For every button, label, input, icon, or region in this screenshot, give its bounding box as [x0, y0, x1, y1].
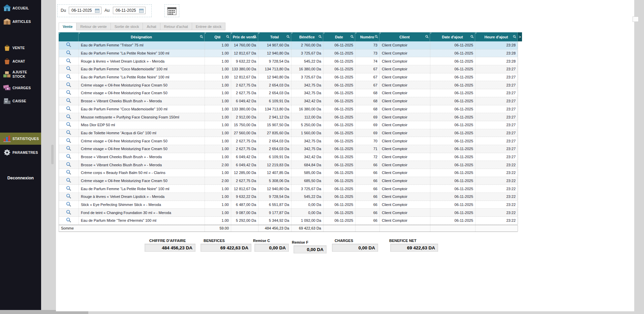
sidebar-item-caisse[interactable]: CAISSE [0, 95, 41, 107]
table-row[interactable]: Crème visage « Oil-free Moisturizing Fac… [59, 145, 518, 153]
row-magnifier-icon[interactable] [66, 178, 71, 184]
table-row[interactable]: Crème visage « Oil-free Moisturizing Fac… [59, 89, 518, 97]
column-header-total[interactable]: Total [258, 32, 291, 41]
table-row[interactable]: Eau de Parfum Femme “Coco Mademoiselle” … [59, 105, 518, 113]
row-magnifier-icon[interactable] [66, 154, 71, 160]
row-magnifier-icon[interactable] [66, 106, 71, 112]
cell-prix: 2 627,75 Da [231, 81, 258, 89]
sidebar-item-ajuste-stock[interactable]: AJUSTE STOCK [0, 68, 41, 80]
table-row[interactable]: Brosse « Vibrant Cheeks Blush Brush » - … [59, 153, 518, 161]
sidebar-item-vente[interactable]: VENTE [0, 42, 41, 54]
sidebar-item-statistiques[interactable]: STATISTIQUES [0, 133, 41, 145]
table-row[interactable]: Mousse nettoyante « Purifying Face Clean… [59, 113, 518, 121]
calendar-icon[interactable] [139, 8, 145, 13]
table-row[interactable]: Miss Dior EDP 50 ml1.0015 750,00 Da15 90… [59, 121, 518, 129]
cell-client: Client Comptoir [380, 217, 430, 224]
table-row[interactable]: Eau de Parfum Femme “La Petite Robe Noir… [59, 49, 518, 58]
column-header-label: Qté [214, 35, 220, 39]
logout-button[interactable]: Deconnexion [0, 176, 41, 180]
column-filter-icon[interactable] [470, 35, 474, 39]
table-row[interactable]: Fond de teint « Changing Foundation 30 m… [59, 209, 518, 217]
column-header-date[interactable]: Date [323, 32, 355, 41]
row-magnifier-icon[interactable] [66, 122, 71, 128]
sidebar-item-articles[interactable]: ARTICLES [0, 15, 41, 28]
column-filter-icon[interactable] [200, 35, 203, 39]
splitter-handle[interactable] [51, 145, 54, 164]
table-row[interactable]: Stick « Eye Perfecting Shimmer Stick » -… [59, 201, 518, 209]
row-magnifier-icon[interactable] [66, 74, 71, 80]
column-filter-icon[interactable] [318, 35, 322, 39]
total-label-remise-f: Remise F [292, 240, 308, 244]
row-magnifier-icon[interactable] [66, 98, 71, 104]
table-row[interactable]: Crème visage « Oil-free Moisturizing Fac… [59, 81, 518, 89]
column-header-qte[interactable]: Qté [205, 32, 231, 41]
table-row[interactable]: Rouge à lèvres « Velvet Dream Lipstick »… [59, 193, 518, 201]
column-header-date_ajout[interactable]: Date d'ajout [430, 32, 475, 41]
scroll-right-button[interactable]: > [518, 32, 522, 41]
column-header-benefice[interactable]: Bénéfice [291, 32, 323, 41]
sidebar-item-charges[interactable]: CHARGES [0, 82, 41, 94]
column-filter-icon[interactable] [253, 35, 257, 39]
table-row[interactable]: Eau de Toilette Homme “Acqua di Gio” 100… [59, 129, 518, 137]
tab-retour-d-achat[interactable]: Retour d'achat [160, 23, 192, 30]
calendar-icon[interactable] [95, 8, 100, 13]
table-row[interactable]: Rouge à lèvres « Velvet Dream Lipstick »… [59, 57, 518, 65]
column-header-designation[interactable]: Désignation [79, 32, 205, 41]
column-header-actions[interactable] [59, 32, 79, 41]
scrollbar-thumb[interactable] [633, 16, 639, 22]
tab-entree-de-stock[interactable]: Entree de stock [192, 23, 225, 30]
row-magnifier-icon[interactable] [66, 138, 71, 144]
column-filter-icon[interactable] [226, 35, 229, 39]
table-row[interactable]: Brosse « Vibrant Cheeks Blush Brush » - … [59, 97, 518, 105]
tab-vente[interactable]: Vente [59, 23, 76, 30]
table-row[interactable]: Eau de Parfum Femme “La Petite Robe Noir… [59, 185, 518, 193]
column-header-heure_ajout[interactable]: Heure d'ajout [475, 32, 518, 41]
row-magnifier-icon[interactable] [66, 58, 71, 64]
column-filter-icon[interactable] [375, 35, 378, 39]
cell-date: 06-11-2025 [324, 169, 356, 177]
row-magnifier-icon[interactable] [66, 42, 71, 48]
row-magnifier-icon[interactable] [66, 146, 71, 152]
tab-retour-de-vente[interactable]: Retour de vente [76, 23, 111, 30]
cell-total: 5 344,92 Da [258, 217, 292, 224]
row-magnifier-icon[interactable] [66, 82, 71, 88]
calendar-button[interactable] [166, 6, 177, 16]
row-magnifier-icon[interactable] [66, 114, 71, 120]
column-filter-icon[interactable] [350, 35, 354, 39]
row-magnifier-icon[interactable] [66, 186, 71, 192]
tab-sortie-de-stock[interactable]: Sortie de stock [111, 23, 143, 30]
column-header-numero[interactable]: Numéro [355, 32, 379, 41]
du-date-input[interactable]: 06-11-2025 [69, 7, 101, 14]
table-row[interactable]: Brosse « Vibrant Cheeks Blush Brush » - … [59, 161, 518, 169]
tab-achat[interactable]: Achat [143, 23, 160, 30]
row-magnifier-icon[interactable] [66, 170, 71, 176]
sidebar-item-achat[interactable]: ACHAT [0, 55, 41, 67]
row-magnifier-icon[interactable] [66, 202, 71, 208]
sidebar-item-accueil[interactable]: ACCUEIL [0, 2, 41, 14]
cell-designation: Brosse « Vibrant Cheeks Blush Brush » - … [79, 153, 205, 161]
au-date-input[interactable]: 06-11-2025 [113, 7, 146, 14]
row-magnifier-icon[interactable] [66, 66, 71, 72]
column-filter-icon[interactable] [286, 35, 290, 39]
row-magnifier-icon[interactable] [66, 50, 71, 56]
cell-prix: 27 560,00 Da [231, 129, 258, 137]
row-magnifier-icon[interactable] [66, 194, 71, 200]
row-magnifier-icon[interactable] [66, 217, 71, 223]
table-row[interactable]: Crème corps « Beauty Flash Balm 50 ml » … [59, 169, 518, 177]
table-row[interactable]: Eau de Parfum Femme “La Petite Robe Noir… [59, 73, 518, 81]
column-header-prix[interactable]: Prix de vente [231, 32, 258, 41]
column-header-client[interactable]: Client [379, 32, 430, 41]
row-magnifier-icon[interactable] [66, 162, 71, 168]
table-row[interactable]: Eau de Parfum Femme “Coco Mademoiselle” … [59, 65, 518, 73]
table-row[interactable]: Crème visage « Oil-free Moisturizing Fac… [59, 177, 518, 185]
sidebar-item-parametres[interactable]: PARAMETRES [0, 146, 41, 159]
cell-date_ajout: 06-11-2025 [430, 113, 476, 121]
table-row[interactable]: Eau de Parfum Femme “Trésor” 75 ml1.0014… [59, 41, 518, 49]
row-magnifier-icon[interactable] [66, 130, 71, 136]
table-row[interactable]: Eau de Parfum Mixte “Terre d'Hermès” 100… [59, 217, 518, 225]
column-filter-icon[interactable] [513, 35, 516, 39]
row-magnifier-icon[interactable] [66, 90, 71, 96]
row-magnifier-icon[interactable] [66, 210, 71, 216]
column-filter-icon[interactable] [425, 35, 429, 39]
table-row[interactable]: Crème visage « Oil-free Moisturizing Fac… [59, 137, 518, 145]
